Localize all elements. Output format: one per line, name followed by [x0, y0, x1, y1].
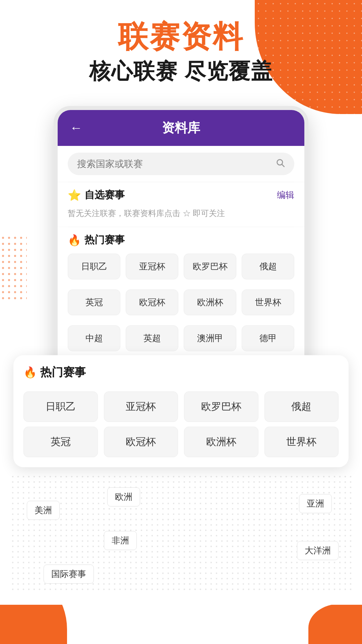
tag-dejia[interactable]: 德甲	[242, 325, 294, 351]
promo-sub-title: 核心联赛 尽览覆盖	[27, 57, 335, 86]
phone-header: ← 资料库	[58, 110, 304, 146]
promo-main-title: 联赛资料	[27, 20, 335, 53]
bg-bottom-right-decoration	[308, 604, 362, 644]
hot-events-title: 🔥 热门赛事	[68, 233, 294, 247]
back-button[interactable]: ←	[70, 121, 82, 135]
hot-events-row-1: 日职乙 亚冠杯 欧罗巴杯 俄超	[58, 250, 304, 286]
search-icon	[276, 158, 285, 170]
tag-yingchao[interactable]: 英超	[126, 325, 178, 351]
floating-fire-icon: 🔥	[23, 366, 37, 379]
floating-tag-ouloba[interactable]: 欧罗巴杯	[184, 391, 258, 422]
tag-shijie[interactable]: 世界杯	[242, 289, 294, 315]
self-selected-section: ⭐ 自选赛事 编辑 暂无关注联赛，联赛资料库点击 ☆ 即可关注	[58, 182, 304, 227]
star-icon-inline: ☆	[183, 209, 193, 218]
continent-africa[interactable]: 非洲	[104, 531, 137, 550]
self-selected-label: 自选赛事	[84, 188, 125, 202]
tag-rizhi[interactable]: 日职乙	[68, 254, 120, 279]
phone-wrapper: ← 资料库 ⭐ 自选赛事 编	[0, 106, 362, 375]
tag-yingguan[interactable]: 英冠	[68, 289, 120, 315]
tag-echao[interactable]: 俄超	[242, 254, 294, 279]
continent-americas[interactable]: 美洲	[27, 501, 60, 520]
floating-tag-rizhi[interactable]: 日职乙	[23, 391, 98, 422]
floating-tag-ouguanjin[interactable]: 欧冠杯	[104, 427, 178, 457]
tag-ouloba[interactable]: 欧罗巴杯	[184, 254, 236, 279]
section-header-self: ⭐ 自选赛事 编辑	[68, 188, 294, 202]
search-box[interactable]	[68, 153, 294, 175]
hot-events-section-header: 🔥 热门赛事	[58, 227, 304, 250]
world-map: 美洲 欧洲 亚洲 非洲 大洋洲 国际赛事	[10, 474, 352, 591]
floating-card-title: 🔥 热门赛事	[23, 365, 339, 380]
phone-mockup: ← 资料库 ⭐ 自选赛事 编	[54, 106, 308, 375]
floating-tag-yingguan[interactable]: 英冠	[23, 427, 98, 457]
svg-line-1	[282, 164, 284, 166]
floating-tag-ouzhou[interactable]: 欧洲杯	[184, 427, 258, 457]
hot-events-row-2: 英冠 欧冠杯 欧洲杯 世界杯	[58, 286, 304, 322]
no-follow-text-main: 暂无关注联赛，联赛资料库点击	[68, 209, 180, 218]
floating-hot-label: 热门赛事	[40, 365, 86, 380]
search-area	[58, 146, 304, 182]
search-input[interactable]	[77, 159, 271, 169]
page-title: 资料库	[162, 119, 200, 137]
promo-header: 联赛资料 核心联赛 尽览覆盖	[0, 0, 362, 96]
edit-button[interactable]: 编辑	[277, 189, 294, 201]
floating-row-1: 日职乙 亚冠杯 欧罗巴杯 俄超	[23, 387, 339, 422]
tag-yaguanjin[interactable]: 亚冠杯	[126, 254, 178, 279]
no-follow-hint: 暂无关注联赛，联赛资料库点击 ☆ 即可关注	[68, 205, 294, 223]
floating-hot-events-card: 🔥 热门赛事 日职乙 亚冠杯 欧罗巴杯 俄超 英冠 欧冠杯 欧洲杯 世界杯	[13, 355, 349, 467]
tag-ouguanjin[interactable]: 欧冠杯	[126, 289, 178, 315]
world-map-section: 美洲 欧洲 亚洲 非洲 大洋洲 国际赛事	[0, 467, 362, 605]
tag-zhongchao[interactable]: 中超	[68, 325, 120, 351]
continent-asia[interactable]: 亚洲	[299, 494, 332, 513]
fire-icon: 🔥	[68, 234, 81, 247]
hot-events-label: 热门赛事	[84, 233, 125, 247]
floating-row-2: 英冠 欧冠杯 欧洲杯 世界杯	[23, 422, 339, 457]
continent-international[interactable]: 国际赛事	[44, 565, 94, 584]
no-follow-text-suffix: 即可关注	[193, 209, 225, 218]
tag-ouzhou[interactable]: 欧洲杯	[184, 289, 236, 315]
floating-tag-shijie[interactable]: 世界杯	[264, 427, 339, 457]
star-icon: ⭐	[68, 189, 81, 202]
self-selected-title: ⭐ 自选赛事	[68, 188, 125, 202]
floating-tag-echao[interactable]: 俄超	[264, 391, 339, 422]
continent-oceania[interactable]: 大洋洲	[297, 541, 339, 560]
hot-events-row-3: 中超 英超 澳洲甲 德甲	[58, 322, 304, 358]
continent-europe[interactable]: 欧洲	[107, 487, 140, 506]
tag-aozhoujia[interactable]: 澳洲甲	[184, 325, 236, 351]
floating-tag-yaguanjin[interactable]: 亚冠杯	[104, 391, 178, 422]
